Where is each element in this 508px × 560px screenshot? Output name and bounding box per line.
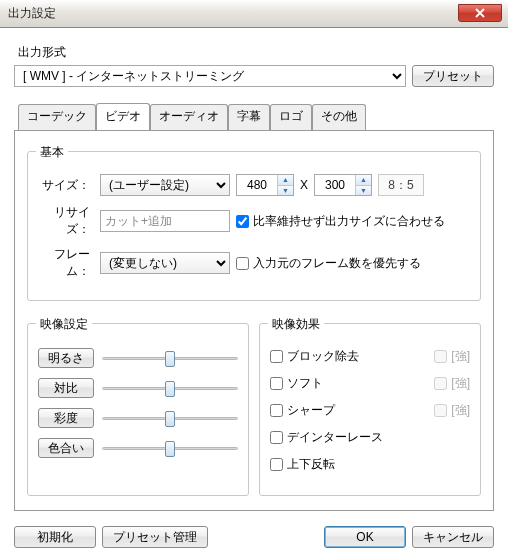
video-setting-slider-2[interactable]	[102, 408, 238, 428]
video-setting-reset-2[interactable]: 彩度	[38, 408, 94, 428]
group-video-settings-title: 映像設定	[36, 316, 92, 333]
format-label: 出力形式	[18, 44, 494, 61]
ok-button[interactable]: OK	[324, 526, 406, 548]
height-input[interactable]	[315, 175, 355, 195]
frame-select[interactable]: (変更しない)	[100, 252, 230, 274]
video-setting-slider-0[interactable]	[102, 348, 238, 368]
video-effect-row: シャープ[強]	[270, 402, 470, 419]
group-video-effects-title: 映像効果	[268, 316, 324, 333]
chevron-up-icon[interactable]: ▲	[356, 175, 371, 186]
effect-checkbox-1[interactable]	[270, 377, 283, 390]
video-setting-reset-3[interactable]: 色合い	[38, 438, 94, 458]
video-setting-slider-3[interactable]	[102, 438, 238, 458]
keep-aspect-checkbox[interactable]	[236, 215, 249, 228]
group-video-settings: 映像設定 明るさ対比彩度色合い	[27, 323, 249, 496]
effect-checkbox-2[interactable]	[270, 404, 283, 417]
tab-logo[interactable]: ロゴ	[270, 104, 312, 131]
group-basic: 基本 サイズ： (ユーザー設定) ▲▼ X ▲▼ 8：5 リサイズ：	[27, 151, 481, 301]
effect-strong-checkbox-2[interactable]	[434, 404, 447, 417]
slider-thumb[interactable]	[165, 411, 175, 427]
window-title: 出力設定	[8, 5, 56, 22]
effect-strong-0[interactable]: [強]	[434, 348, 470, 365]
effect-0[interactable]: ブロック除去	[270, 348, 359, 365]
effect-strong-checkbox-1[interactable]	[434, 377, 447, 390]
tab-codec[interactable]: コーデック	[18, 104, 96, 131]
title-bar: 出力設定	[0, 0, 508, 28]
chevron-up-icon[interactable]: ▲	[278, 175, 293, 186]
video-setting-row: 彩度	[38, 408, 238, 428]
video-setting-row: 対比	[38, 378, 238, 398]
resize-input	[100, 210, 230, 232]
slider-thumb[interactable]	[165, 351, 175, 367]
video-effect-row: ブロック除去[強]	[270, 348, 470, 365]
x-label: X	[300, 178, 308, 192]
tab-video[interactable]: ビデオ	[96, 103, 150, 130]
effect-checkbox-0[interactable]	[270, 350, 283, 363]
format-select[interactable]: [ WMV ] - インターネットストリーミング	[14, 65, 406, 87]
frame-label: フレーム：	[38, 246, 94, 280]
preset-button[interactable]: プリセット	[412, 65, 494, 87]
video-effect-row: デインターレース	[270, 429, 470, 446]
slider-thumb[interactable]	[165, 381, 175, 397]
height-spinner[interactable]: ▲▼	[314, 174, 372, 196]
effect-4[interactable]: 上下反転	[270, 456, 335, 473]
effect-3[interactable]: デインターレース	[270, 429, 383, 446]
effect-2[interactable]: シャープ	[270, 402, 335, 419]
effect-strong-1[interactable]: [強]	[434, 375, 470, 392]
tab-subtitle[interactable]: 字幕	[228, 104, 270, 131]
tab-audio[interactable]: オーディオ	[150, 104, 228, 131]
video-setting-row: 明るさ	[38, 348, 238, 368]
video-setting-slider-1[interactable]	[102, 378, 238, 398]
video-setting-row: 色合い	[38, 438, 238, 458]
chevron-down-icon[interactable]: ▼	[278, 186, 293, 196]
group-video-effects: 映像効果 ブロック除去[強]ソフト[強]シャープ[強]デインターレース上下反転	[259, 323, 481, 496]
preset-manage-button[interactable]: プリセット管理	[102, 526, 208, 548]
effect-strong-checkbox-0[interactable]	[434, 350, 447, 363]
tab-panel-video: 基本 サイズ： (ユーザー設定) ▲▼ X ▲▼ 8：5 リサイズ：	[14, 130, 494, 511]
chevron-down-icon[interactable]: ▼	[356, 186, 371, 196]
keep-aspect-label[interactable]: 比率維持せず出力サイズに合わせる	[236, 213, 445, 230]
prioritize-src-label[interactable]: 入力元のフレーム数を優先する	[236, 255, 421, 272]
prioritize-src-checkbox[interactable]	[236, 257, 249, 270]
resize-label: リサイズ：	[38, 204, 94, 238]
size-select[interactable]: (ユーザー設定)	[100, 174, 230, 196]
aspect-ratio: 8：5	[378, 174, 424, 196]
video-setting-reset-1[interactable]: 対比	[38, 378, 94, 398]
effect-checkbox-3[interactable]	[270, 431, 283, 444]
close-icon	[475, 8, 485, 18]
reset-button[interactable]: 初期化	[14, 526, 96, 548]
tab-other[interactable]: その他	[312, 104, 366, 131]
video-setting-reset-0[interactable]: 明るさ	[38, 348, 94, 368]
cancel-button[interactable]: キャンセル	[412, 526, 494, 548]
width-spinner[interactable]: ▲▼	[236, 174, 294, 196]
close-button[interactable]	[458, 4, 502, 22]
effect-checkbox-4[interactable]	[270, 458, 283, 471]
group-basic-title: 基本	[36, 144, 68, 161]
size-label: サイズ：	[38, 177, 94, 194]
dialog-footer: 初期化 プリセット管理 OK キャンセル	[14, 526, 494, 548]
slider-thumb[interactable]	[165, 441, 175, 457]
effect-strong-2[interactable]: [強]	[434, 402, 470, 419]
tabs: コーデック ビデオ オーディオ 字幕 ロゴ その他	[14, 103, 494, 130]
effect-1[interactable]: ソフト	[270, 375, 323, 392]
video-effect-row: ソフト[強]	[270, 375, 470, 392]
width-input[interactable]	[237, 175, 277, 195]
video-effect-row: 上下反転	[270, 456, 470, 473]
